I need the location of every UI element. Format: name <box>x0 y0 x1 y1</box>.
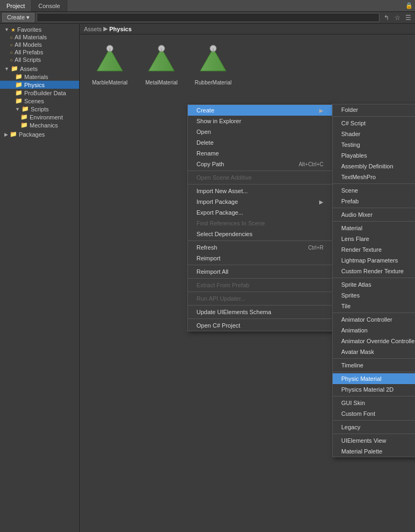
submenu-item-csharp[interactable]: C# Script <box>333 118 415 129</box>
create-button[interactable]: Create ▾ <box>2 13 34 22</box>
submenu-item-audio-mixer[interactable]: Audio Mixer <box>333 209 415 220</box>
submenu-item-material[interactable]: Material <box>333 223 415 233</box>
menu-item-refresh[interactable]: Refresh Ctrl+R <box>188 242 332 253</box>
submenu-item-testing[interactable]: Testing ▶ <box>333 139 415 150</box>
tab-project[interactable]: Project <box>0 0 32 11</box>
submenu-item-animation[interactable]: Animation <box>333 325 415 336</box>
sidebar-item-all-prefabs[interactable]: ○ All Prefabs <box>0 48 79 56</box>
toolbar-icons: ↰ ☆ ☰ <box>382 13 413 23</box>
submenu-item-legacy[interactable]: Legacy ▶ <box>333 422 415 432</box>
rubber-icon <box>196 43 230 77</box>
submenu-item-lightmap-params[interactable]: Lightmap Parameters <box>333 255 415 266</box>
tab-project-label: Project <box>6 3 25 9</box>
menu-icon[interactable]: ☰ <box>403 13 413 23</box>
find-references-label: Find References In Scene <box>196 220 265 226</box>
menu-item-import-package[interactable]: Import Package ▶ <box>188 196 332 207</box>
refresh-icon[interactable]: ↰ <box>382 13 391 23</box>
submenu-item-render-texture[interactable]: Render Texture <box>333 244 415 255</box>
submenu-item-uielements-view[interactable]: UIElements View <box>333 435 415 446</box>
menu-sep-6 <box>188 292 332 292</box>
submenu-item-custom-font[interactable]: Custom Font <box>333 408 415 419</box>
asset-marble[interactable]: MarbleMaterial <box>88 43 131 86</box>
submenu-item-sprites[interactable]: Sprites ▶ <box>333 290 415 301</box>
search-input[interactable] <box>37 13 379 22</box>
submenu-sep <box>333 221 415 222</box>
asset-rubber[interactable]: RubberMaterial <box>192 43 235 86</box>
export-package-label: Export Package... <box>196 209 243 216</box>
sidebar-item-favorites[interactable]: ▼ ★ Favorites <box>0 26 79 33</box>
sidebar-item-all-materials[interactable]: ○ All Materials <box>0 33 79 41</box>
submenu-item-physics-material-2d[interactable]: Physics Material 2D <box>333 384 415 395</box>
menu-item-delete[interactable]: Delete <box>188 137 332 148</box>
lens-flare-label: Lens Flare <box>341 236 369 242</box>
submenu-item-timeline[interactable]: Timeline <box>333 360 415 371</box>
create-submenu: Folder C# Script Shader ▶ Testing ▶ <box>332 104 415 457</box>
tab-console[interactable]: Console <box>32 0 67 11</box>
submenu-item-folder[interactable]: Folder <box>333 104 415 115</box>
submenu-item-tile[interactable]: Tile <box>333 301 415 311</box>
sidebar-item-scripts[interactable]: ▼ 📁 Scripts <box>0 105 79 113</box>
all-prefabs-label: All Prefabs <box>15 49 43 55</box>
title-bar: Project Console 🔒 <box>0 0 415 12</box>
menu-item-open-scene-additive: Open Scene Additive <box>188 172 332 183</box>
menu-item-copy-path[interactable]: Copy Path Alt+Ctrl+C <box>188 159 332 169</box>
submenu-item-sprite-atlas[interactable]: Sprite Atlas <box>333 279 415 290</box>
menu-item-update-uielements[interactable]: Update UIElements Schema <box>188 307 332 317</box>
circle-icon: ○ <box>10 57 13 63</box>
submenu-item-material-palette[interactable]: Material Palette <box>333 446 415 457</box>
submenu-item-assembly[interactable]: Assembly Definition <box>333 161 415 172</box>
menu-item-select-dependencies[interactable]: Select Dependencies <box>188 229 332 239</box>
submenu-item-textmeshpro[interactable]: TextMeshPro ▶ <box>333 172 415 182</box>
menu-item-export-package[interactable]: Export Package... <box>188 207 332 218</box>
sidebar-item-environment[interactable]: 📁 Environment <box>0 113 79 121</box>
sidebar-item-packages[interactable]: ▶ 📁 Packages <box>0 130 79 138</box>
sidebar-item-scenes[interactable]: 📁 Scenes <box>0 97 79 105</box>
submenu-sep <box>333 396 415 396</box>
menu-item-import-new-asset[interactable]: Import New Asset... <box>188 186 332 196</box>
assets-section: ▼ 📁 Assets 📁 Materials 📁 Physics 📁 ProBu… <box>0 65 79 129</box>
triangle-icon: ▼ <box>4 66 9 72</box>
menu-item-open[interactable]: Open <box>188 126 332 137</box>
submenu-item-gui-skin[interactable]: GUI Skin <box>333 398 415 408</box>
submenu-item-avatar-mask[interactable]: Avatar Mask <box>333 346 415 357</box>
sidebar-item-assets[interactable]: ▼ 📁 Assets <box>0 65 79 73</box>
extract-label: Extract From Prefab <box>196 282 249 288</box>
submenu-item-shader[interactable]: Shader ▶ <box>333 129 415 139</box>
sidebar-item-materials[interactable]: 📁 Materials <box>0 73 79 81</box>
sidebar-item-probuilder-data[interactable]: 📁 ProBuilder Data <box>0 89 79 97</box>
menu-item-rename[interactable]: Rename <box>188 148 332 159</box>
submenu-sep <box>333 116 415 117</box>
animation-label: Animation <box>341 327 368 334</box>
menu-item-reimport-all[interactable]: Reimport All <box>188 266 332 277</box>
submenu-item-physic-material[interactable]: Physic Material <box>333 373 415 384</box>
submenu-item-playables[interactable]: Playables ▶ <box>333 150 415 161</box>
context-menu: Create ▶ Folder C# Script Shader ▶ <box>187 104 333 331</box>
menu-item-open-csharp-project[interactable]: Open C# Project <box>188 320 332 331</box>
menu-item-create[interactable]: Create ▶ Folder C# Script Shader ▶ <box>188 105 332 116</box>
favorites-label: Favorites <box>17 26 41 33</box>
sidebar-item-physics[interactable]: 📁 Physics <box>0 81 79 89</box>
refresh-shortcut: Ctrl+R <box>308 245 323 251</box>
sidebar-item-all-models[interactable]: ○ All Models <box>0 41 79 48</box>
asset-metal[interactable]: MetalMaterial <box>140 43 183 86</box>
tab-console-label: Console <box>38 3 60 9</box>
all-materials-label: All Materials <box>15 34 47 40</box>
material-palette-label: Material Palette <box>341 448 382 455</box>
submenu-item-custom-render[interactable]: Custom Render Texture <box>333 266 415 276</box>
menu-item-run-api-updater: Run API Updater... <box>188 293 332 304</box>
submenu-item-scene[interactable]: Scene <box>333 185 415 196</box>
menu-sep-1 <box>188 171 332 171</box>
submenu-item-lens-flare[interactable]: Lens Flare <box>333 233 415 244</box>
favorite-icon[interactable]: ☆ <box>392 13 402 23</box>
sidebar-item-mechanics[interactable]: 📁 Mechanics <box>0 121 79 129</box>
submenu-item-animator-ctrl[interactable]: Animator Controller <box>333 314 415 325</box>
sidebar-item-all-scripts[interactable]: ○ All Scripts <box>0 56 79 63</box>
menu-item-reimport[interactable]: Reimport <box>188 253 332 264</box>
packages-label: Packages <box>19 131 45 138</box>
menu-item-show-in-explorer[interactable]: Show in Explorer <box>188 116 332 126</box>
folder-icon: 📁 <box>15 73 23 80</box>
submenu-item-animator-override[interactable]: Animator Override Controller <box>333 336 415 346</box>
playables-label: Playables <box>341 152 367 159</box>
custom-font-label: Custom Font <box>341 410 375 417</box>
submenu-item-prefab[interactable]: Prefab <box>333 196 415 207</box>
